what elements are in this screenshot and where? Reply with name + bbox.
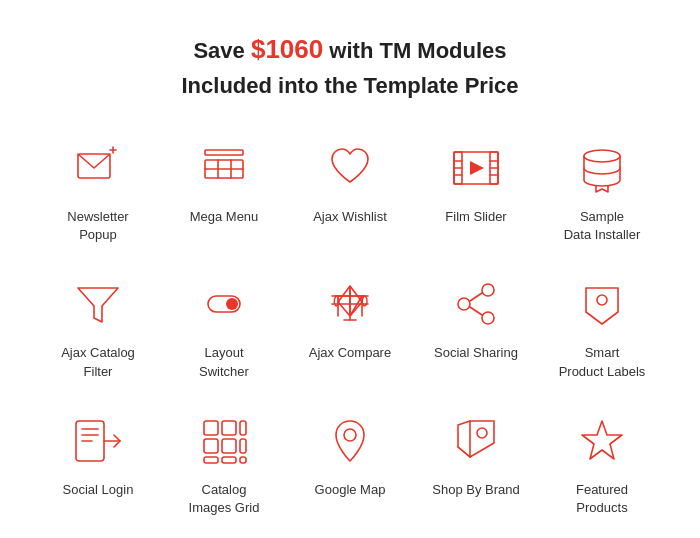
ajax-wishlist-label: Ajax Wishlist	[313, 208, 387, 226]
svg-rect-44	[204, 457, 218, 463]
item-film-slider: Film Slider	[418, 138, 534, 244]
headline: Save $1060 with TM Modules Included into…	[40, 30, 660, 102]
price-highlight: $1060	[251, 34, 323, 64]
item-ajax-compare: Ajax Compare	[292, 274, 408, 380]
svg-marker-17	[470, 161, 484, 175]
svg-marker-19	[78, 288, 118, 322]
item-social-login: Social Login	[40, 411, 156, 517]
shop-by-brand-icon	[446, 411, 506, 471]
svg-rect-41	[204, 439, 218, 453]
catalog-images-grid-icon	[194, 411, 254, 471]
svg-rect-40	[240, 421, 246, 435]
svg-line-31	[470, 307, 482, 315]
newsletter-popup-label: Newsletter Popup	[67, 208, 128, 244]
main-container: Save $1060 with TM Modules Included into…	[0, 0, 700, 538]
featured-products-icon	[572, 411, 632, 471]
smart-product-labels-label: Smart Product Labels	[559, 344, 646, 380]
shop-by-brand-label: Shop By Brand	[432, 481, 519, 499]
mega-menu-label: Mega Menu	[190, 208, 259, 226]
svg-point-28	[458, 298, 470, 310]
item-newsletter-popup: Newsletter Popup	[40, 138, 156, 244]
google-map-icon	[320, 411, 380, 471]
ajax-compare-icon	[320, 274, 380, 334]
svg-rect-45	[222, 457, 236, 463]
film-slider-icon	[446, 138, 506, 198]
film-slider-label: Film Slider	[445, 208, 506, 226]
svg-point-48	[477, 428, 487, 438]
smart-product-labels-icon	[572, 274, 632, 334]
item-layout-switcher: Layout Switcher	[166, 274, 282, 380]
item-featured-products: Featured Products	[544, 411, 660, 517]
svg-rect-3	[205, 150, 243, 155]
svg-rect-43	[240, 439, 246, 453]
svg-point-18	[584, 150, 620, 162]
svg-marker-51	[582, 421, 622, 459]
item-shop-by-brand: Shop By Brand	[418, 411, 534, 517]
mega-menu-icon	[194, 138, 254, 198]
svg-point-21	[226, 298, 238, 310]
item-ajax-wishlist: Ajax Wishlist	[292, 138, 408, 244]
item-catalog-images-grid: Catalog Images Grid	[166, 411, 282, 517]
svg-rect-39	[222, 421, 236, 435]
svg-rect-38	[204, 421, 218, 435]
newsletter-popup-icon	[68, 138, 128, 198]
item-smart-product-labels: Smart Product Labels	[544, 274, 660, 380]
catalog-images-grid-label: Catalog Images Grid	[189, 481, 260, 517]
layout-switcher-label: Layout Switcher	[199, 344, 249, 380]
social-sharing-icon	[446, 274, 506, 334]
item-mega-menu: Mega Menu	[166, 138, 282, 244]
item-ajax-catalog-filter: Ajax Catalog Filter	[40, 274, 156, 380]
ajax-compare-label: Ajax Compare	[309, 344, 391, 362]
google-map-label: Google Map	[315, 481, 386, 499]
svg-line-49	[458, 447, 470, 457]
social-sharing-label: Social Sharing	[434, 344, 518, 362]
svg-rect-46	[240, 457, 246, 463]
social-login-icon	[68, 411, 128, 471]
svg-point-27	[482, 284, 494, 296]
layout-switcher-icon	[194, 274, 254, 334]
svg-rect-42	[222, 439, 236, 453]
ajax-wishlist-icon	[320, 138, 380, 198]
headline-line2: Included into the Template Price	[182, 73, 519, 98]
headline-text: Save $1060 with TM Modules Included into…	[40, 30, 660, 102]
sample-data-installer-icon	[572, 138, 632, 198]
svg-point-29	[482, 312, 494, 324]
svg-point-47	[344, 429, 356, 441]
ajax-catalog-filter-icon	[68, 274, 128, 334]
social-login-label: Social Login	[63, 481, 134, 499]
features-grid: Newsletter Popup Mega Menu Ajax Wishlist…	[40, 138, 660, 517]
ajax-catalog-filter-label: Ajax Catalog Filter	[61, 344, 135, 380]
item-social-sharing: Social Sharing	[418, 274, 534, 380]
sample-data-installer-label: Sample Data Installer	[564, 208, 641, 244]
featured-products-label: Featured Products	[576, 481, 628, 517]
svg-point-32	[597, 295, 607, 305]
item-sample-data-installer: Sample Data Installer	[544, 138, 660, 244]
item-google-map: Google Map	[292, 411, 408, 517]
svg-line-30	[470, 293, 482, 301]
